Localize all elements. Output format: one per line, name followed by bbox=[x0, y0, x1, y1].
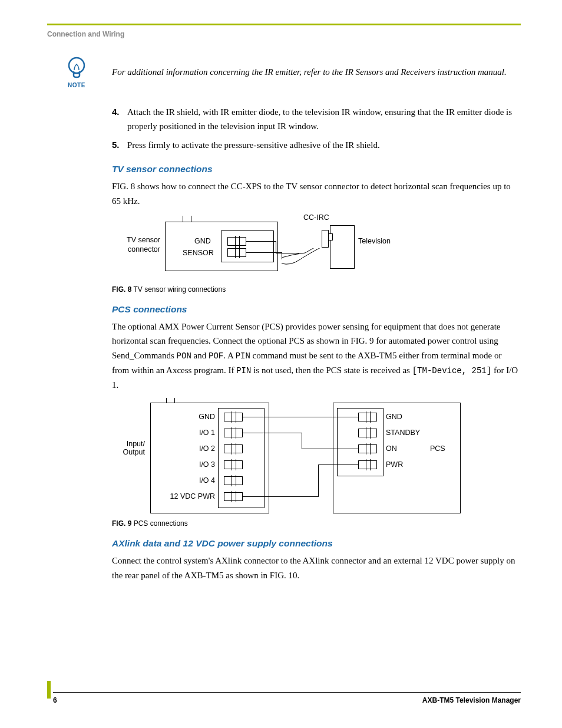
fig9-r-standby: STANDBY bbox=[386, 429, 420, 437]
para-axlink: Connect the control system's AXlink conn… bbox=[112, 554, 521, 583]
fig9-l-io2: I/O 2 bbox=[181, 444, 215, 453]
fig9-r-gnd: GND bbox=[386, 413, 402, 421]
header-section: Connection and Wiring bbox=[47, 30, 521, 38]
note-block: NOTE For additional information concerni… bbox=[112, 56, 521, 88]
fig9-l-gnd: GND bbox=[181, 413, 215, 421]
step-text: Attach the IR shield, with IR emitter di… bbox=[127, 105, 521, 133]
step-4: 4. Attach the IR shield, with IR emitter… bbox=[112, 105, 521, 133]
heading-pcs: PCS connections bbox=[112, 304, 521, 315]
fig9-r-pwr: PWR bbox=[386, 460, 403, 469]
svg-point-0 bbox=[69, 58, 84, 73]
heading-axlink: AXlink data and 12 VDC power supply conn… bbox=[112, 538, 521, 549]
fig9-r-on: ON bbox=[386, 444, 397, 453]
figure-9: GND I/O 1 I/O 2 I/O 3 I/O 4 12 VDC PWR I… bbox=[112, 400, 521, 515]
fig8-television: Television bbox=[358, 237, 391, 245]
footer-accent-bar bbox=[47, 681, 51, 699]
fig8-ccirc: CC-IRC bbox=[303, 213, 329, 222]
step-num: 4. bbox=[112, 105, 127, 133]
fig9-input-output: Input/ Output bbox=[117, 440, 145, 456]
fig8-sensor: SENSOR bbox=[183, 249, 214, 257]
note-label: NOTE bbox=[59, 82, 94, 88]
para-pcs: The optional AMX Power Current Sensor (P… bbox=[112, 319, 521, 393]
fig9-l-io1: I/O 1 bbox=[181, 429, 215, 437]
fig9-caption: FIG. 9 PCS connections bbox=[112, 519, 521, 528]
doc-title: AXB-TM5 Television Manager bbox=[422, 696, 521, 704]
lightbulb-icon bbox=[59, 56, 94, 81]
step-num: 5. bbox=[112, 138, 127, 152]
fig9-l-12vdc: 12 VDC PWR bbox=[159, 492, 215, 500]
fig8-tvsensor2: connector bbox=[101, 245, 160, 253]
fig8-tvsensor1: TV sensor bbox=[101, 236, 160, 244]
fig8-gnd: GND bbox=[194, 237, 211, 245]
para-tv-sensor: FIG. 8 shows how to connect the CC-XPS t… bbox=[112, 179, 521, 209]
fig9-l-io3: I/O 3 bbox=[181, 460, 215, 469]
figure-8: TV sensor connector GND SENSOR CC-IRC Te… bbox=[112, 216, 521, 281]
fig9-pcs: PCS bbox=[430, 444, 445, 453]
note-text: For additional information concerning th… bbox=[112, 66, 507, 78]
page-number: 6 bbox=[53, 696, 57, 704]
steps-list: 4. Attach the IR shield, with IR emitter… bbox=[112, 105, 521, 152]
fig8-caption: FIG. 8 TV sensor wiring connections bbox=[112, 285, 521, 294]
step-text: Press firmly to activate the pressure-se… bbox=[127, 138, 380, 152]
heading-tv-sensor: TV sensor connections bbox=[112, 164, 521, 174]
step-5: 5. Press firmly to activate the pressure… bbox=[112, 138, 521, 152]
fig9-l-io4: I/O 4 bbox=[181, 476, 215, 485]
